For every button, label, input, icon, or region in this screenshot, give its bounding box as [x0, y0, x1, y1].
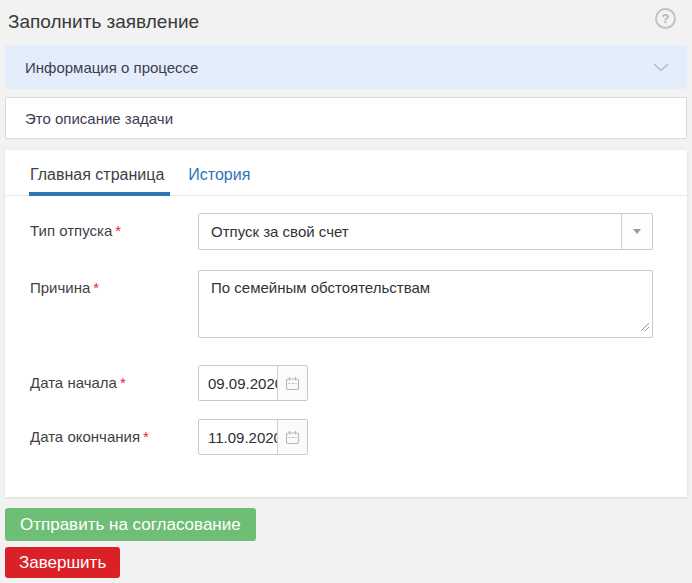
end-date-label: Дата окончания*	[30, 419, 198, 445]
end-date-input[interactable]	[199, 420, 277, 454]
action-buttons: Отправить на согласование Завершить	[5, 508, 692, 578]
start-date-field[interactable]	[198, 365, 308, 401]
task-description-box: Это описание задачи	[5, 97, 687, 139]
leave-type-label: Тип отпуска*	[30, 213, 198, 239]
help-icon[interactable]: ?	[655, 8, 676, 29]
process-info-collapse-header[interactable]: Информация о процессе	[5, 45, 687, 89]
start-date-label: Дата начала*	[30, 365, 198, 391]
chevron-down-icon[interactable]	[653, 63, 669, 72]
field-row-end-date: Дата окончания*	[30, 419, 667, 455]
submit-for-approval-button[interactable]: Отправить на согласование	[5, 508, 256, 541]
field-row-start-date: Дата начала*	[30, 365, 667, 401]
finish-button[interactable]: Завершить	[5, 547, 120, 578]
page-title: Заполнить заявление	[8, 11, 692, 33]
leave-type-dropdown-button[interactable]	[621, 214, 652, 249]
field-row-reason: Причина* По семейным обстоятельствам	[30, 270, 667, 342]
required-mark: *	[120, 374, 126, 391]
required-mark: *	[115, 222, 121, 239]
required-mark: *	[143, 428, 149, 445]
leave-type-select[interactable]	[198, 213, 653, 250]
tabbar: Главная страница История	[5, 150, 687, 196]
end-date-field[interactable]	[198, 419, 308, 455]
start-date-calendar-button[interactable]	[277, 366, 307, 400]
start-date-input[interactable]	[199, 366, 277, 400]
tab-main-page[interactable]: Главная страница	[30, 166, 164, 195]
end-date-calendar-button[interactable]	[277, 420, 307, 454]
required-mark: *	[93, 279, 99, 296]
dropdown-arrow-icon	[633, 229, 641, 234]
field-row-leave-type: Тип отпуска*	[30, 213, 667, 250]
task-description-text: Это описание задачи	[25, 110, 173, 127]
reason-textarea[interactable]: По семейным обстоятельствам	[198, 270, 653, 338]
tab-history[interactable]: История	[188, 166, 250, 195]
calendar-icon	[285, 376, 300, 391]
process-info-label: Информация о процессе	[25, 59, 198, 76]
leave-type-select-value[interactable]	[199, 214, 621, 249]
main-panel: Главная страница История Тип отпуска* Пр…	[5, 150, 687, 497]
reason-textarea-wrap: По семейным обстоятельствам	[198, 270, 653, 342]
calendar-icon	[285, 430, 300, 445]
form-area: Тип отпуска* Причина* По семейным обстоя…	[5, 196, 687, 455]
reason-label: Причина*	[30, 270, 198, 296]
